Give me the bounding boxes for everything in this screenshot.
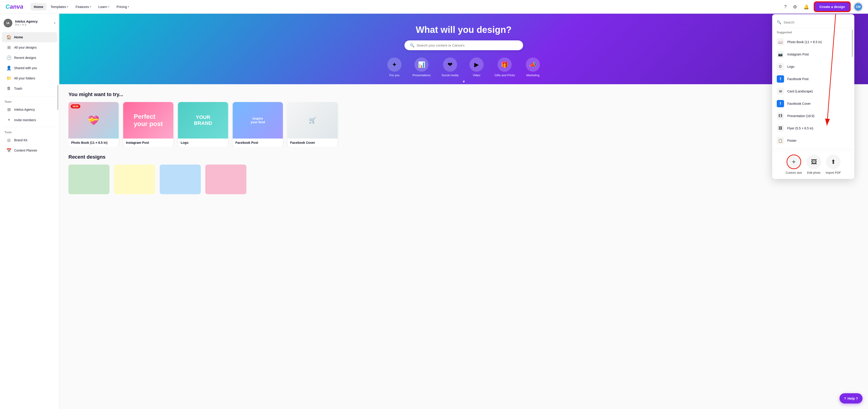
nav-item-learn[interactable]: Learn ▾ [95,3,112,10]
nav-item-pricing[interactable]: Pricing ▾ [113,3,132,10]
nav-item-home[interactable]: Home [31,3,46,10]
chevron-down-icon: ▾ [108,5,109,8]
dropdown-search-icon: 🔍 [777,20,781,24]
dropdown-item-poster[interactable]: 📋 Poster [772,135,854,147]
dropdown-item-logo[interactable]: © Logo [772,60,854,73]
logo[interactable]: Canva [5,3,23,10]
create-design-button[interactable]: Create a design [814,2,850,12]
help-button[interactable]: ? Help ? [839,393,863,404]
dropdown-item-facebook-post[interactable]: f Facebook Post [772,73,854,85]
custom-size-icon: + [786,154,801,169]
settings-icon-button[interactable]: ⚙ [792,3,799,11]
notifications-icon-button[interactable]: 🔔 [802,3,810,11]
poster-icon: 📋 [777,137,784,144]
dropdown-suggested-label: Suggested [772,28,854,36]
dropdown-overlay: 🔍 Suggested 📖 Photo Book (11 × 8.5 in) 📷… [0,14,868,409]
dropdown-item-card-landscape[interactable]: ✉ Card (Landscape) [772,85,854,97]
flyer-icon: 🖼 [777,125,784,132]
presentation-icon: 🎞 [777,112,784,120]
facebook-post-icon: f [777,75,784,83]
import-pdf-button[interactable]: ⬆ Import PDF [826,154,841,174]
create-design-dropdown: 🔍 Suggested 📖 Photo Book (11 × 8.5 in) 📷… [772,14,854,179]
help-icon: ? [844,397,846,400]
dropdown-actions: + Custom size 🖼 Edit photo ⬆ Import PDF [772,151,854,175]
help-icon-button[interactable]: ? [783,3,788,11]
dropdown-item-flyer[interactable]: 🖼 Flyer (5.5 × 8.5 in) [772,122,854,135]
dropdown-item-facebook-cover[interactable]: f Facebook Cover [772,97,854,110]
nav-item-features[interactable]: Features ▾ [72,3,94,10]
card-landscape-icon: ✉ [777,88,784,95]
header-left: Canva Home Templates ▾ Features ▾ Learn … [5,3,132,10]
chevron-down-icon: ▾ [67,5,68,8]
photo-book-icon: 📖 [777,38,784,46]
chevron-down-icon: ▾ [128,5,129,8]
chevron-down-icon: ▾ [90,5,91,8]
instagram-icon: 📷 [777,51,784,58]
logo-text: Canva [5,3,23,10]
header-right: ? ⚙ 🔔 Create a design CM [783,2,863,12]
dropdown-item-presentation[interactable]: 🎞 Presentation (16:9) [772,110,854,122]
facebook-cover-icon: f [777,100,784,107]
nav-item-templates[interactable]: Templates ▾ [48,3,71,10]
logo-icon: © [777,63,784,70]
avatar[interactable]: CM [854,2,863,11]
header: Canva Home Templates ▾ Features ▾ Learn … [0,0,868,14]
dropdown-item-instagram[interactable]: 📷 Instagram Post [772,48,854,60]
import-pdf-icon: ⬆ [826,154,841,169]
edit-photo-button[interactable]: 🖼 Edit photo [807,154,821,174]
custom-size-button[interactable]: + Custom size [786,154,802,174]
edit-photo-icon: 🖼 [807,154,821,169]
dropdown-item-photo-book[interactable]: 📖 Photo Book (11 × 8.5 in) [772,36,854,48]
dropdown-search-input[interactable] [784,20,850,24]
dropdown-search-area: 🔍 [772,18,854,28]
main-nav: Home Templates ▾ Features ▾ Learn ▾ Pric… [31,3,132,10]
